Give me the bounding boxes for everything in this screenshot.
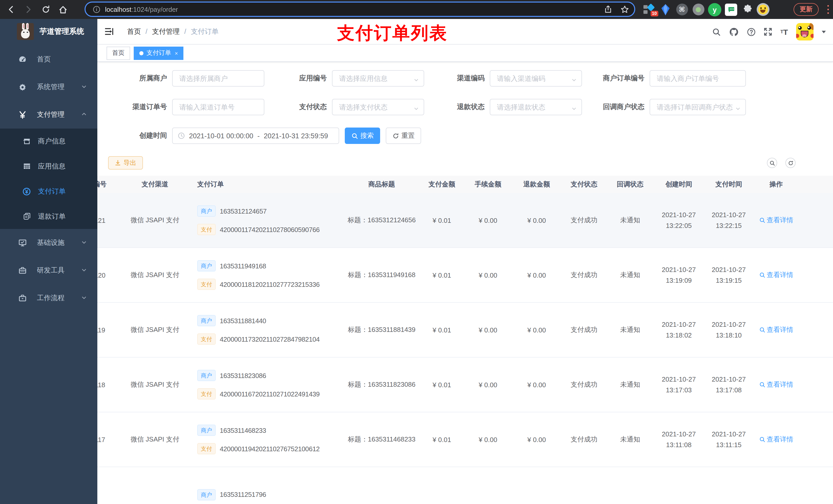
search-button[interactable]: 搜索 [345, 127, 380, 144]
merchant-tag: 商户 [197, 315, 216, 326]
tab-pay-order[interactable]: 支付订单 × [134, 46, 184, 60]
browser-home-icon[interactable] [54, 2, 72, 17]
screenshot-root: localhost:1024/pay/order 10 ⌘ y [0, 0, 833, 504]
merchant-tag: 商户 [197, 260, 216, 271]
breadcrumb-current: 支付订单 [191, 27, 218, 36]
annotation-title: 支付订单列表 [337, 22, 448, 45]
avatar-caret-icon[interactable] [822, 30, 826, 33]
pay-tag: 支付 [197, 388, 216, 400]
toolbox-icon [19, 266, 27, 274]
view-detail-link[interactable]: 查看详情 [759, 216, 793, 225]
filter-create-time: 创建时间 2021-10-01 00:00:00 - 2021-10-31 23… [97, 127, 339, 144]
search-icon [351, 133, 358, 139]
date-range-picker[interactable]: 2021-10-01 00:00:00 - 2021-10-31 23:59:5… [172, 127, 339, 144]
extension-badge: 10 [650, 10, 658, 16]
browser-reload-icon[interactable] [37, 2, 54, 17]
pay-status-select[interactable] [332, 99, 424, 115]
view-detail-link[interactable]: 查看详情 [759, 435, 793, 444]
browser-toolbar: localhost:1024/pay/order 10 ⌘ y [0, 0, 833, 19]
search-icon [759, 217, 765, 223]
table-row[interactable]: 商户1635311251796 [97, 467, 833, 503]
sidebar-item-app-info[interactable]: 应用信息 [0, 154, 97, 179]
extension-recorder-icon[interactable] [691, 0, 706, 19]
extension-emoji-icon[interactable] [755, 0, 770, 19]
page-body: 所属商户 应用编号 渠道编码 商户订单编号 [97, 62, 833, 503]
browser-update-button[interactable]: 更新 [793, 3, 819, 16]
documents-icon [23, 212, 31, 220]
extension-gem-icon[interactable] [658, 0, 673, 19]
table-row[interactable]: 121 微信 JSAPI 支付 商户1635312124657 支付420000… [97, 193, 833, 248]
pay-tag: 支付 [197, 333, 216, 345]
sidebar-item-devtools[interactable]: 研发工具 [0, 257, 97, 284]
sidebar-item-home[interactable]: 首页 [0, 46, 97, 73]
callback-status-select[interactable] [650, 99, 745, 115]
view-detail-link[interactable]: 查看详情 [759, 380, 793, 389]
app-logo-row[interactable]: 芋道管理系统 [0, 19, 97, 44]
sidebar-item-pay-order[interactable]: 支付订单 [0, 179, 97, 204]
monitor-icon [19, 239, 27, 247]
breadcrumb-section[interactable]: 支付管理 [152, 27, 180, 36]
filter-channel-order: 渠道订单号 [97, 99, 264, 115]
sidebar-item-refund-order[interactable]: 退款订单 [0, 204, 97, 229]
table-row[interactable]: 118 微信 JSAPI 支付 商户1635311823086 支付420000… [97, 358, 833, 412]
font-size-icon[interactable]: TT [781, 28, 788, 35]
date-end: 2021-10-31 23:59:59 [264, 132, 328, 140]
address-bar[interactable]: localhost:1024/pay/order [85, 2, 635, 17]
extensions-puzzle-icon[interactable] [740, 0, 755, 19]
table-row[interactable]: 117 微信 JSAPI 支付 商户1635311468233 支付420000… [97, 412, 833, 467]
sidebar-item-infra[interactable]: 基础设施 [0, 229, 97, 257]
table-row[interactable]: 119 微信 JSAPI 支付 商户1635311881440 支付420000… [97, 303, 833, 358]
filter-channel-code: 渠道编码 [415, 70, 582, 87]
view-detail-link[interactable]: 查看详情 [759, 325, 793, 334]
search-icon [759, 272, 765, 278]
url-text[interactable]: localhost:1024/pay/order [105, 5, 604, 13]
header-search-icon[interactable] [712, 27, 721, 36]
sidebar-item-label: 研发工具 [37, 266, 65, 275]
table-row[interactable]: 120 微信 JSAPI 支付 商户1635311949168 支付420000… [97, 248, 833, 303]
extension-chat-icon[interactable] [723, 0, 739, 19]
site-info-icon[interactable] [93, 5, 100, 13]
bookmark-star-icon[interactable] [620, 5, 629, 14]
breadcrumb-home[interactable]: 首页 [127, 27, 141, 36]
merchant-input[interactable] [173, 71, 264, 86]
refresh-icon [788, 160, 793, 166]
extension-devtools-icon[interactable]: 10 [641, 0, 657, 19]
sidebar-item-pay[interactable]: 支付管理 [0, 101, 97, 128]
browser-forward-icon[interactable] [20, 2, 37, 17]
sidebar-item-label: 工作流程 [37, 293, 65, 303]
sidebar-item-merchant-info[interactable]: 商户信息 [0, 128, 97, 154]
briefcase-icon [19, 294, 27, 302]
toggle-search-button[interactable] [767, 158, 777, 168]
channel-order-input[interactable] [173, 99, 264, 115]
refresh-table-button[interactable] [785, 158, 795, 168]
export-button[interactable]: 导出 [108, 156, 143, 170]
view-detail-link[interactable]: 查看详情 [759, 270, 793, 280]
sidebar-item-system[interactable]: 系统管理 [0, 73, 97, 101]
help-icon[interactable] [747, 27, 756, 36]
orders-table: 编号 支付渠道 支付订单 商品标题 支付金额 手续金额 退款金额 支付状态 回调… [97, 176, 833, 503]
browser-back-icon[interactable] [2, 2, 20, 17]
filter-app: 应用编号 [257, 70, 424, 87]
grid-table-icon [23, 162, 31, 170]
search-icon [759, 436, 765, 442]
sidebar-item-label: 退款订单 [38, 212, 66, 221]
browser-menu-icon[interactable] [827, 4, 829, 15]
filter-callback-status: 回调商户状态 [565, 99, 746, 115]
sidebar-collapse-icon[interactable] [105, 28, 114, 35]
github-icon[interactable] [729, 27, 739, 37]
breadcrumb: 首页 / 支付管理 / 支付订单 [127, 27, 218, 36]
reset-button[interactable]: 重置 [386, 127, 421, 144]
merchant-order-input[interactable] [650, 71, 745, 86]
fullscreen-icon[interactable] [764, 28, 772, 36]
tab-close-icon[interactable]: × [175, 50, 178, 56]
sidebar-item-workflow[interactable]: 工作流程 [0, 284, 97, 312]
extension-yuque-icon[interactable]: y [707, 0, 722, 19]
avatar[interactable] [796, 23, 813, 41]
search-icon [759, 327, 765, 333]
app-select[interactable] [332, 71, 424, 86]
tab-home[interactable]: 首页 [106, 46, 130, 60]
table-header: 编号 支付渠道 支付订单 商品标题 支付金额 手续金额 退款金额 支付状态 回调… [97, 176, 833, 193]
share-icon[interactable] [604, 5, 612, 13]
extension-command-icon[interactable]: ⌘ [674, 0, 690, 19]
sidebar: 芋道管理系统 首页 系统管理 [0, 19, 97, 504]
